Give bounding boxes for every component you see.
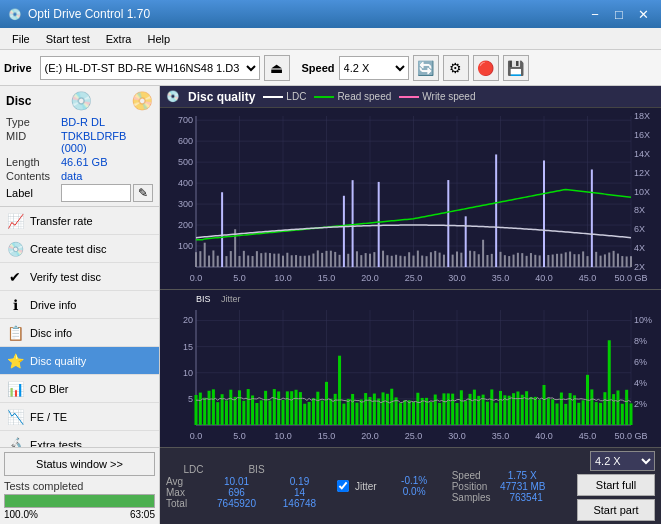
read-speed-legend-color — [314, 96, 334, 98]
app-icon: 💿 — [8, 8, 22, 21]
menu-bar: File Start test Extra Help — [0, 28, 661, 50]
speed-label: Speed — [302, 62, 335, 74]
speed-dropdown[interactable]: 4.2 X — [590, 451, 655, 471]
avg-label: Avg — [166, 476, 201, 487]
nav-item-extra-tests[interactable]: 🔬 Extra tests — [0, 431, 159, 447]
menu-file[interactable]: File — [4, 31, 38, 47]
eject-button[interactable]: ⏏ — [264, 55, 290, 81]
legend-read-speed: Read speed — [314, 91, 391, 102]
nav-label-disc-quality: Disc quality — [30, 355, 86, 367]
nav-items: 📈 Transfer rate 💿 Create test disc ✔ Ver… — [0, 207, 159, 447]
disc-quality-icon: ⭐ — [6, 353, 24, 369]
status-section: Status window >> Tests completed 100.0% … — [0, 447, 159, 524]
disc-section: Disc 💿 📀 Type BD-R DL MID TDKBLDRFB (000… — [0, 86, 159, 207]
action-area: 4.2 X Start full Start part — [577, 451, 655, 521]
minimize-button[interactable]: − — [585, 5, 605, 23]
charts-container — [160, 108, 661, 447]
type-key: Type — [6, 116, 61, 128]
nav-item-drive-info[interactable]: ℹ Drive info — [0, 291, 159, 319]
ldc-legend-label: LDC — [286, 91, 306, 102]
fe-te-icon: 📉 — [6, 409, 24, 425]
speed-select[interactable]: 4.2 X — [339, 56, 409, 80]
nav-item-cd-bler[interactable]: 📊 CD Bler — [0, 375, 159, 403]
window-controls: − □ ✕ — [585, 5, 653, 23]
mid-key: MID — [6, 130, 61, 142]
nav-label-extra-tests: Extra tests — [30, 439, 82, 448]
app-title: Opti Drive Control 1.70 — [28, 7, 150, 21]
menu-start-test[interactable]: Start test — [38, 31, 98, 47]
main-content: Disc 💿 📀 Type BD-R DL MID TDKBLDRFB (000… — [0, 86, 661, 524]
jitter-stats: -0.1% 0.0% — [387, 475, 442, 497]
label-key: Label — [6, 187, 61, 199]
bottom-stats: LDC BIS Avg 10.01 0.19 Max 696 14 Tota — [160, 447, 661, 524]
ldc-legend-color — [263, 96, 283, 98]
length-value: 46.61 GB — [61, 156, 107, 168]
nav-item-disc-quality[interactable]: ⭐ Disc quality — [0, 347, 159, 375]
total-ldc: 7645920 — [209, 498, 264, 509]
samples-value: 763541 — [499, 492, 554, 503]
nav-label-create-test-disc: Create test disc — [30, 243, 106, 255]
total-label: Total — [166, 498, 201, 509]
jitter-label: Jitter — [355, 481, 377, 492]
max-label: Max — [166, 487, 201, 498]
write-speed-legend-color — [399, 96, 419, 98]
read-speed-legend-label: Read speed — [337, 91, 391, 102]
erase-button[interactable]: 🔴 — [473, 55, 499, 81]
ldc-col-header: LDC — [166, 464, 221, 475]
position-value: 47731 MB — [495, 481, 550, 492]
label-input[interactable] — [61, 184, 131, 202]
samples-label: Samples — [452, 492, 491, 503]
title-bar: 💿 Opti Drive Control 1.70 − □ ✕ — [0, 0, 661, 28]
refresh-button[interactable]: 🔄 — [413, 55, 439, 81]
disc-section-label: Disc — [6, 94, 31, 108]
chart-header: 💿 Disc quality LDC Read speed Write spee… — [160, 86, 661, 108]
settings-button[interactable]: ⚙ — [443, 55, 469, 81]
menu-help[interactable]: Help — [139, 31, 178, 47]
save-button[interactable]: 💾 — [503, 55, 529, 81]
jitter-avg: -0.1% — [387, 475, 442, 486]
position-label: Position — [452, 481, 488, 492]
status-text: Tests completed — [4, 480, 155, 492]
jitter-section: Jitter -0.1% 0.0% — [337, 475, 442, 497]
status-window-button[interactable]: Status window >> — [4, 452, 155, 476]
write-speed-legend-label: Write speed — [422, 91, 475, 102]
chart-title: Disc quality — [188, 90, 255, 104]
mid-value: TDKBLDRFB (000) — [61, 130, 153, 154]
max-ldc: 696 — [209, 487, 264, 498]
jitter-checkbox[interactable] — [337, 480, 349, 492]
transfer-rate-icon: 📈 — [6, 213, 24, 229]
max-bis: 14 — [272, 487, 327, 498]
chart-header-icon: 💿 — [166, 90, 180, 103]
bis-col-header: BIS — [229, 464, 284, 475]
contents-value: data — [61, 170, 82, 182]
nav-item-disc-info[interactable]: 📋 Disc info — [0, 319, 159, 347]
nav-item-fe-te[interactable]: 📉 FE / TE — [0, 403, 159, 431]
ldc-bis-stats: LDC BIS Avg 10.01 0.19 Max 696 14 Tota — [166, 464, 327, 509]
drive-select[interactable]: (E:) HL-DT-ST BD-RE WH16NS48 1.D3 — [40, 56, 260, 80]
type-value: BD-R DL — [61, 116, 105, 128]
nav-item-create-test-disc[interactable]: 💿 Create test disc — [0, 235, 159, 263]
nav-item-verify-test-disc[interactable]: ✔ Verify test disc — [0, 263, 159, 291]
nav-label-transfer-rate: Transfer rate — [30, 215, 93, 227]
nav-label-drive-info: Drive info — [30, 299, 76, 311]
menu-extra[interactable]: Extra — [98, 31, 140, 47]
legend-write-speed: Write speed — [399, 91, 475, 102]
label-edit-button[interactable]: ✎ — [133, 184, 153, 202]
start-full-button[interactable]: Start full — [577, 474, 655, 496]
disc-info-icon: 📋 — [6, 325, 24, 341]
upper-chart-area — [160, 108, 661, 290]
maximize-button[interactable]: □ — [609, 5, 629, 23]
nav-label-verify-test-disc: Verify test disc — [30, 271, 101, 283]
drive-label: Drive — [4, 62, 32, 74]
start-part-button[interactable]: Start part — [577, 499, 655, 521]
progress-bar — [4, 494, 155, 508]
create-test-disc-icon: 💿 — [6, 241, 24, 257]
close-button[interactable]: ✕ — [633, 5, 653, 23]
length-key: Length — [6, 156, 61, 168]
speed-pos-samples: Speed 1.75 X Position 47731 MB Samples 7… — [452, 470, 554, 503]
jitter-max: 0.0% — [387, 486, 442, 497]
nav-item-transfer-rate[interactable]: 📈 Transfer rate — [0, 207, 159, 235]
disc-icon2: 📀 — [131, 90, 153, 112]
nav-label-disc-info: Disc info — [30, 327, 72, 339]
avg-ldc: 10.01 — [209, 476, 264, 487]
